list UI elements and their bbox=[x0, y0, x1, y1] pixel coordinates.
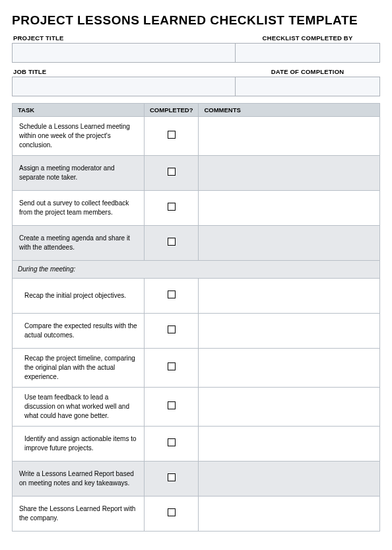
checkbox-icon[interactable] bbox=[168, 473, 176, 481]
comments-cell[interactable] bbox=[199, 314, 380, 349]
table-row: Recap the project timeline, comparing th… bbox=[13, 349, 380, 388]
checkbox-icon[interactable] bbox=[168, 238, 176, 246]
completed-cell bbox=[145, 191, 199, 226]
page-title: PROJECT LESSONS LEARNED CHECKLIST TEMPLA… bbox=[12, 13, 380, 28]
task-cell: Write a Lessons Learned Report based on … bbox=[13, 462, 145, 497]
section-label: During the meeting: bbox=[13, 261, 380, 279]
checkbox-icon[interactable] bbox=[168, 168, 176, 176]
table-row: Write a Lessons Learned Report based on … bbox=[13, 462, 380, 497]
checkbox-icon[interactable] bbox=[168, 401, 176, 409]
comments-cell[interactable] bbox=[199, 226, 380, 261]
checkbox-icon[interactable] bbox=[168, 326, 176, 333]
task-cell: Recap the initial project objectives. bbox=[13, 279, 145, 314]
completed-cell bbox=[145, 314, 199, 349]
meta-row-1: PROJECT TITLE CHECKLIST COMPLETED BY bbox=[12, 34, 380, 63]
label-completed-by: CHECKLIST COMPLETED BY bbox=[235, 34, 380, 42]
label-job-title: JOB TITLE bbox=[12, 68, 235, 75]
input-project-title[interactable] bbox=[12, 43, 235, 63]
checkbox-icon[interactable] bbox=[168, 291, 176, 298]
section-row-during-meeting: During the meeting: bbox=[13, 261, 380, 279]
comments-cell[interactable] bbox=[199, 497, 380, 532]
completed-cell bbox=[145, 226, 199, 261]
completed-cell bbox=[145, 156, 199, 191]
table-row: Send out a survey to collect feedback fr… bbox=[13, 191, 380, 226]
completed-cell bbox=[145, 117, 199, 156]
checkbox-icon[interactable] bbox=[168, 438, 176, 446]
task-cell: Identify and assign actionable items to … bbox=[13, 427, 145, 462]
task-cell: Share the Lessons Learned Report with th… bbox=[13, 497, 145, 532]
completed-cell bbox=[145, 462, 199, 497]
task-cell: Recap the project timeline, comparing th… bbox=[13, 349, 145, 388]
input-job-title[interactable] bbox=[12, 77, 235, 96]
checkbox-icon[interactable] bbox=[168, 362, 176, 370]
header-comments: COMMENTS bbox=[199, 104, 380, 117]
comments-cell[interactable] bbox=[199, 427, 380, 462]
comments-cell[interactable] bbox=[199, 388, 380, 427]
task-cell: Schedule a Lessons Learned meeting withi… bbox=[13, 117, 145, 156]
task-cell: Assign a meeting moderator and separate … bbox=[13, 156, 145, 191]
table-row: Create a meeting agenda and share it wit… bbox=[13, 226, 380, 261]
meta-row-2: JOB TITLE DATE OF COMPLETION bbox=[12, 68, 380, 96]
completed-cell bbox=[145, 427, 199, 462]
checkbox-icon[interactable] bbox=[168, 203, 176, 211]
input-date[interactable] bbox=[235, 77, 380, 96]
checkbox-icon[interactable] bbox=[168, 131, 176, 139]
comments-cell[interactable] bbox=[199, 462, 380, 497]
meta-field-project-title: PROJECT TITLE bbox=[12, 34, 235, 63]
table-row: Recap the initial project objectives. bbox=[13, 279, 380, 314]
task-cell: Send out a survey to collect feedback fr… bbox=[13, 191, 145, 226]
meta-field-job-title: JOB TITLE bbox=[12, 68, 235, 96]
label-date: DATE OF COMPLETION bbox=[235, 68, 380, 75]
completed-cell bbox=[145, 497, 199, 532]
task-cell: Use team feedback to lead a discussion o… bbox=[13, 388, 145, 427]
table-row: Compare the expected results with the ac… bbox=[13, 314, 380, 349]
table-header-row: TASK COMPLETED? COMMENTS bbox=[13, 104, 380, 117]
header-task: TASK bbox=[13, 104, 145, 117]
comments-cell[interactable] bbox=[199, 349, 380, 388]
label-project-title: PROJECT TITLE bbox=[12, 34, 235, 42]
meta-field-date: DATE OF COMPLETION bbox=[235, 68, 380, 96]
comments-cell[interactable] bbox=[199, 156, 380, 191]
meta-field-completed-by: CHECKLIST COMPLETED BY bbox=[235, 34, 380, 63]
comments-cell[interactable] bbox=[199, 279, 380, 314]
table-row: Share the Lessons Learned Report with th… bbox=[13, 497, 380, 532]
table-row: Assign a meeting moderator and separate … bbox=[13, 156, 380, 191]
checklist-table: TASK COMPLETED? COMMENTS Schedule a Less… bbox=[12, 103, 380, 532]
checkbox-icon[interactable] bbox=[168, 508, 176, 516]
header-completed: COMPLETED? bbox=[145, 104, 199, 117]
input-completed-by[interactable] bbox=[235, 43, 380, 63]
table-row: Schedule a Lessons Learned meeting withi… bbox=[13, 117, 380, 156]
table-row: Identify and assign actionable items to … bbox=[13, 427, 380, 462]
comments-cell[interactable] bbox=[199, 117, 380, 156]
task-cell: Compare the expected results with the ac… bbox=[13, 314, 145, 349]
completed-cell bbox=[145, 388, 199, 427]
task-cell: Create a meeting agenda and share it wit… bbox=[13, 226, 145, 261]
completed-cell bbox=[145, 349, 199, 388]
comments-cell[interactable] bbox=[199, 191, 380, 226]
table-row: Use team feedback to lead a discussion o… bbox=[13, 388, 380, 427]
completed-cell bbox=[145, 279, 199, 314]
